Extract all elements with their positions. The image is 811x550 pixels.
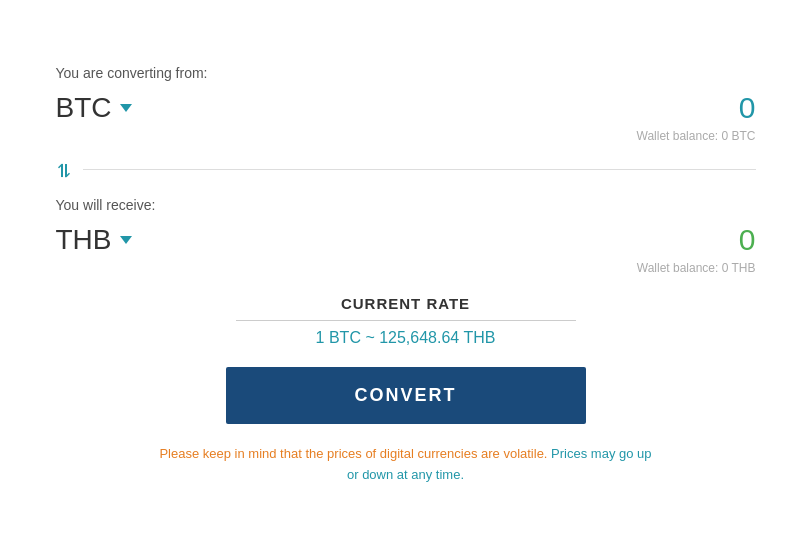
- disclaimer-part1: Please keep in mind that the prices of d…: [159, 446, 547, 461]
- from-chevron-icon: [120, 104, 132, 112]
- current-rate-label: CURRENT RATE: [56, 295, 756, 312]
- convert-button[interactable]: CONVERT: [226, 367, 586, 424]
- swap-icon[interactable]: ⇌: [52, 162, 74, 177]
- from-label: You are converting from:: [56, 65, 756, 81]
- rate-value: 1 BTC ~ 125,648.64 THB: [56, 329, 756, 347]
- to-wallet-balance: Wallet balance: 0 THB: [56, 261, 756, 275]
- divider-line: [83, 169, 756, 170]
- to-currency-selector[interactable]: THB: [56, 224, 132, 256]
- rate-divider: [236, 320, 576, 321]
- to-currency-row: THB 0: [56, 223, 756, 257]
- converter-container: You are converting from: BTC 0 Wallet ba…: [26, 45, 786, 506]
- to-chevron-icon: [120, 236, 132, 244]
- from-currency-code: BTC: [56, 92, 112, 124]
- current-rate-section: CURRENT RATE 1 BTC ~ 125,648.64 THB: [56, 295, 756, 347]
- disclaimer-text: Please keep in mind that the prices of d…: [156, 444, 656, 486]
- from-amount[interactable]: 0: [739, 91, 756, 125]
- from-currency-row: BTC 0: [56, 91, 756, 125]
- to-amount[interactable]: 0: [739, 223, 756, 257]
- divider-row: ⇌: [56, 159, 756, 181]
- to-label: You will receive:: [56, 197, 756, 213]
- from-wallet-balance: Wallet balance: 0 BTC: [56, 129, 756, 143]
- to-currency-code: THB: [56, 224, 112, 256]
- from-currency-selector[interactable]: BTC: [56, 92, 132, 124]
